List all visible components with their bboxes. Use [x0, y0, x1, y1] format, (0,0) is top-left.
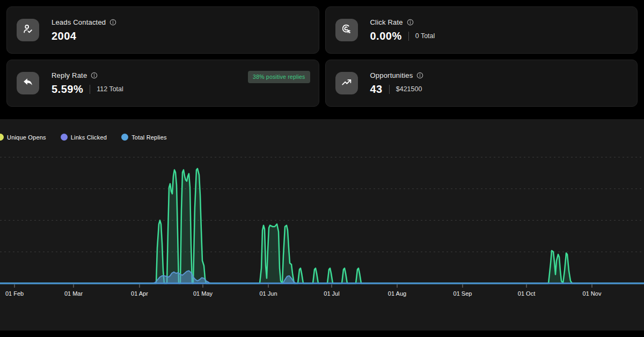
legend-item-unique-opens[interactable]: Unique Opens [0, 134, 46, 141]
x-axis-label: 01 Oct [518, 290, 535, 297]
legend-dot [61, 134, 68, 141]
stat-sub-value: $421500 [396, 85, 422, 93]
legend-dot [121, 134, 128, 141]
stat-sub-value: 112 Total [97, 85, 123, 93]
x-axis-label: 01 Nov [583, 290, 602, 297]
value-divider [90, 85, 90, 94]
info-icon[interactable] [109, 19, 116, 26]
x-axis-label: 01 Apr [131, 290, 148, 297]
series-fill-green-unlabeled [0, 169, 644, 283]
stat-value: 0.00% [370, 30, 402, 42]
stat-label: Click Rate [370, 18, 403, 26]
legend-label: Unique Opens [7, 134, 46, 141]
legend-item-total-replies[interactable]: Total Replies [121, 134, 167, 141]
reply-rate-icon-tile [17, 72, 39, 94]
stat-body: Click Rate 0.00% 0 Total [370, 18, 435, 42]
positive-replies-badge: 38% positive replies [248, 71, 310, 83]
stat-body: Reply Rate 5.59% 112 Total [52, 71, 123, 96]
analytics-area-chart[interactable]: 01 Feb01 Mar01 Apr01 May01 Jun01 Jul01 A… [0, 119, 644, 331]
click-icon [341, 23, 353, 37]
stat-value: 43 [370, 83, 383, 96]
legend-label: Total Replies [131, 134, 167, 141]
x-axis-label: 01 Jul [324, 290, 339, 297]
x-axis-label: 01 May [193, 290, 213, 297]
reply-arrow-icon [22, 76, 34, 90]
stat-cards-grid: Leads Contacted 2004 [6, 6, 638, 107]
value-divider [389, 85, 390, 94]
stat-value: 5.59% [52, 83, 83, 96]
legend-label: Links Clicked [71, 134, 107, 141]
series-fill-total-replies [0, 271, 644, 284]
x-axis-label: 01 Mar [64, 290, 83, 297]
stat-card-leads-contacted: Leads Contacted 2004 [6, 6, 319, 54]
series-line-total-replies [0, 271, 644, 284]
legend-dot [0, 134, 4, 141]
x-axis-label: 01 Jun [259, 290, 277, 297]
info-icon[interactable] [416, 72, 423, 79]
stat-label: Reply Rate [52, 71, 87, 79]
click-rate-icon-tile [335, 19, 358, 41]
stat-label: Leads Contacted [52, 18, 106, 26]
chart-legend: Unique OpensLinks ClickedTotal Replies [0, 134, 167, 141]
analytics-chart-section: Unique OpensLinks ClickedTotal Replies 0… [0, 119, 644, 331]
x-axis-label: 01 Feb [5, 290, 24, 297]
stat-card-reply-rate: Reply Rate 5.59% 112 Total 38% positive … [6, 60, 319, 107]
stat-body: Leads Contacted 2004 [52, 18, 116, 42]
stat-sub-value: 0 Total [415, 32, 435, 40]
info-icon[interactable] [407, 19, 414, 26]
value-divider [408, 32, 409, 41]
opportunities-icon-tile [335, 72, 358, 94]
series-line-green-unlabeled [0, 169, 644, 283]
stat-body: Opportunities 43 $421500 [370, 71, 424, 96]
trending-up-icon [341, 76, 353, 90]
dashboard-page: Leads Contacted 2004 [0, 0, 644, 337]
leads-contacted-icon-tile [17, 19, 39, 41]
legend-item-links-clicked[interactable]: Links Clicked [61, 134, 107, 141]
stat-label: Opportunities [370, 71, 413, 79]
x-axis-label: 01 Sep [453, 290, 472, 297]
stat-card-click-rate: Click Rate 0.00% 0 Total [325, 6, 638, 54]
info-icon[interactable] [91, 72, 98, 79]
stat-value: 2004 [52, 30, 77, 42]
stat-card-opportunities: Opportunities 43 $421500 [325, 60, 638, 107]
user-check-icon [22, 23, 34, 37]
x-axis-label: 01 Aug [388, 290, 406, 297]
